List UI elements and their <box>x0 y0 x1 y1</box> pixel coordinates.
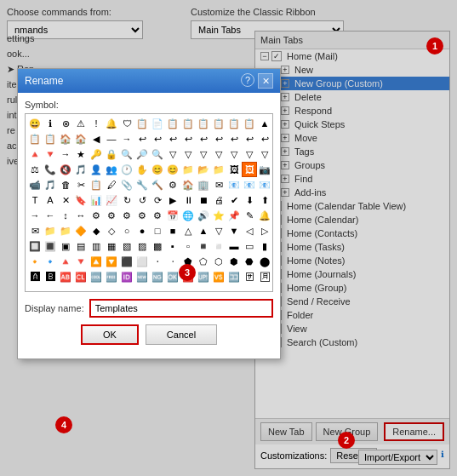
symbol-cell[interactable]: 🖼 <box>226 162 242 177</box>
symbol-cell[interactable]: 🏠 <box>73 131 89 146</box>
symbol-cell[interactable]: 🔊 <box>196 208 211 223</box>
ok-button[interactable]: OK <box>81 324 139 345</box>
symbol-cell[interactable]: 🖼 <box>242 162 257 177</box>
symbol-cell[interactable]: ✉ <box>211 177 226 192</box>
symbol-cell[interactable]: ◆ <box>89 223 104 238</box>
symbol-cell[interactable]: ⬠ <box>196 254 211 269</box>
symbol-cell[interactable]: ⬇ <box>242 192 257 208</box>
symbol-cell[interactable]: ↩ <box>211 131 226 146</box>
symbol-cell[interactable]: ▲ <box>196 223 211 238</box>
symbol-cell[interactable]: 📂 <box>196 162 211 177</box>
symbol-cell[interactable]: ↻ <box>119 192 134 208</box>
symbol-cell[interactable]: ▼ <box>226 223 242 238</box>
symbol-cell[interactable]: 📞 <box>43 162 58 177</box>
symbol-cell[interactable]: ▽ <box>211 223 226 238</box>
symbol-cell[interactable]: 🔔 <box>257 208 272 223</box>
symbol-cell[interactable]: ▥ <box>89 238 104 254</box>
symbol-cell[interactable]: ⚠ <box>73 116 89 131</box>
symbol-cell[interactable]: ✕ <box>58 192 73 208</box>
symbol-cell[interactable]: ○ <box>119 223 134 238</box>
symbol-cell[interactable]: ⬢ <box>226 254 242 269</box>
symbol-cell[interactable]: ↩ <box>242 131 257 146</box>
symbol-cell[interactable]: 📋 <box>89 177 104 192</box>
symbol-cell[interactable]: △ <box>180 223 196 238</box>
symbol-cell[interactable]: 👤 <box>89 162 104 177</box>
symbol-cell[interactable]: ↕ <box>58 208 73 223</box>
symbol-cell[interactable]: 🆓 <box>104 269 119 284</box>
symbol-cell[interactable]: ⏹ <box>196 192 211 208</box>
symbol-cell[interactable]: 🔻 <box>73 254 89 269</box>
symbol-cell[interactable]: ⭐ <box>211 208 226 223</box>
symbol-cell[interactable]: ⬜ <box>134 254 150 269</box>
symbol-cell[interactable]: ▽ <box>196 146 211 162</box>
symbol-cell[interactable]: ⬆ <box>257 192 272 208</box>
symbol-grid[interactable]: 😀ℹ⊗⚠!🔔🛡📋📄📋📋📋📋📋📋▲📋📋🏠🏠◀—→↩↩↩↩↩↩↩↩↩🔺🔻→★🔑🔒🔍🔎… <box>25 113 273 292</box>
symbol-cell[interactable]: ✉ <box>27 223 43 238</box>
symbol-cell[interactable]: 🈷 <box>257 269 272 284</box>
symbol-cell[interactable]: 📋 <box>242 116 257 131</box>
symbol-cell[interactable]: ← <box>43 208 58 223</box>
symbol-cell[interactable]: 📋 <box>196 116 211 131</box>
symbol-cell[interactable]: 🖨 <box>211 192 226 208</box>
symbol-cell[interactable]: ✂ <box>73 177 89 192</box>
symbol-cell[interactable]: ↔ <box>73 208 89 223</box>
symbol-cell[interactable]: 🅰 <box>27 269 43 284</box>
symbol-cell[interactable]: 🔻 <box>43 146 58 162</box>
symbol-cell[interactable]: 📋 <box>134 116 150 131</box>
symbol-cell[interactable]: 😊 <box>150 162 165 177</box>
symbol-cell[interactable]: 📷 <box>257 162 272 177</box>
symbol-cell[interactable]: 📧 <box>226 177 242 192</box>
symbol-cell[interactable]: ↩ <box>226 131 242 146</box>
symbol-cell[interactable]: ▶ <box>165 192 180 208</box>
symbol-cell[interactable]: → <box>27 208 43 223</box>
symbol-cell[interactable]: 🔶 <box>73 223 89 238</box>
symbol-cell[interactable]: 🌐 <box>180 208 196 223</box>
symbol-cell[interactable]: ▨ <box>134 238 150 254</box>
symbol-cell[interactable]: 😀 <box>27 116 43 131</box>
symbol-cell[interactable]: 🔧 <box>134 177 150 192</box>
symbol-cell[interactable]: ⚙ <box>119 208 134 223</box>
symbol-cell[interactable]: 🈁 <box>226 269 242 284</box>
symbol-cell[interactable]: ▪ <box>165 238 180 254</box>
symbol-cell[interactable]: ★ <box>73 146 89 162</box>
symbol-cell[interactable]: 🔳 <box>43 238 58 254</box>
symbol-cell[interactable]: 🔸 <box>27 254 43 269</box>
symbol-cell[interactable]: ◁ <box>242 223 257 238</box>
symbol-cell[interactable]: 🔔 <box>104 116 119 131</box>
symbol-cell[interactable]: ⬣ <box>242 254 257 269</box>
symbol-cell[interactable]: ℹ <box>43 116 58 131</box>
symbol-cell[interactable]: 🏠 <box>180 177 196 192</box>
symbol-cell[interactable]: ⟳ <box>150 192 165 208</box>
symbol-cell[interactable]: 📧 <box>242 177 257 192</box>
symbol-cell[interactable]: □ <box>150 223 165 238</box>
symbol-cell[interactable]: ⚙ <box>150 208 165 223</box>
symbol-cell[interactable]: ↩ <box>180 131 196 146</box>
symbol-cell[interactable]: 🈂 <box>242 269 257 284</box>
symbol-cell[interactable]: ↩ <box>257 131 272 146</box>
symbol-cell[interactable]: 🛡 <box>119 116 134 131</box>
symbol-cell[interactable]: 🆕 <box>134 269 150 284</box>
symbol-cell[interactable]: 📋 <box>27 131 43 146</box>
symbol-cell[interactable]: 🆒 <box>89 269 104 284</box>
symbol-cell[interactable]: ⚙ <box>134 208 150 223</box>
symbol-cell[interactable]: A <box>43 192 58 208</box>
symbol-cell[interactable]: 📈 <box>104 192 119 208</box>
symbol-cell[interactable]: ↩ <box>165 131 180 146</box>
symbol-cell[interactable]: 🔇 <box>58 162 73 177</box>
symbol-cell[interactable]: 🔑 <box>89 146 104 162</box>
symbol-cell[interactable]: 🔒 <box>104 146 119 162</box>
symbol-cell[interactable]: 🔽 <box>104 254 119 269</box>
symbol-cell[interactable]: 🔖 <box>73 192 89 208</box>
symbol-cell[interactable]: ▷ <box>257 223 272 238</box>
symbol-cell[interactable]: 📋 <box>165 116 180 131</box>
symbol-cell[interactable]: ⬛ <box>119 254 134 269</box>
symbol-cell[interactable]: 🆎 <box>58 269 73 284</box>
symbol-cell[interactable]: ⊗ <box>58 116 73 131</box>
symbol-cell[interactable]: 🔼 <box>89 254 104 269</box>
symbol-cell[interactable]: 🕐 <box>119 162 134 177</box>
symbol-cell[interactable]: ⚖ <box>27 162 43 177</box>
symbol-cell[interactable]: ▬ <box>226 238 242 254</box>
symbol-cell[interactable]: ◽ <box>211 238 226 254</box>
symbol-cell[interactable]: ▽ <box>211 146 226 162</box>
symbol-cell[interactable]: 📁 <box>43 223 58 238</box>
